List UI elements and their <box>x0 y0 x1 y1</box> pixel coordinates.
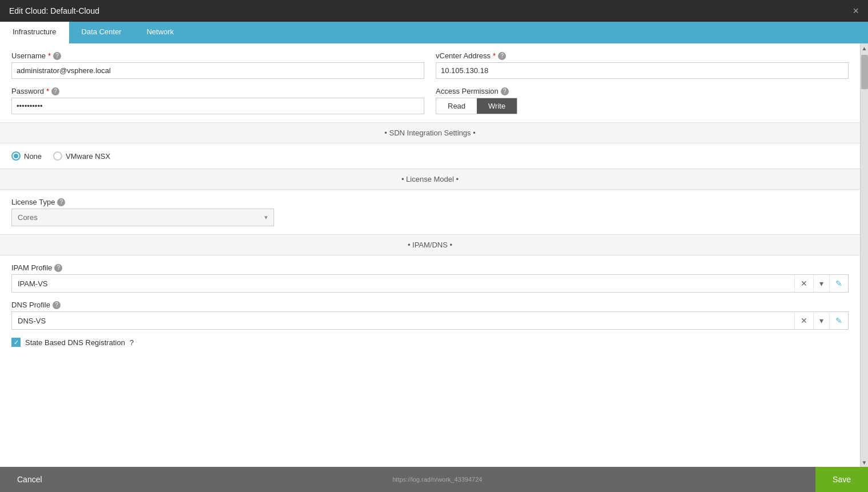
username-vcenter-row: Username * ? vCenter Address * ? <box>11 51 849 79</box>
dns-dropdown-button[interactable]: ▾ <box>813 312 829 329</box>
state-dns-help-icon[interactable]: ? <box>130 338 134 347</box>
username-label: Username * ? <box>11 51 424 60</box>
sdn-nsx-option[interactable]: VMware NSX <box>53 151 110 161</box>
password-label: Password * ? <box>11 87 424 95</box>
ipam-profile-field: ✕ ▾ ✎ <box>11 274 849 293</box>
footer-url: https://log.rad/n/work_43394724 <box>387 476 488 483</box>
scroll-down-arrow[interactable]: ▼ <box>861 458 869 467</box>
window-title: Edit Cloud: Default-Cloud <box>9 6 99 15</box>
dns-clear-button[interactable]: ✕ <box>794 312 813 329</box>
access-permission-help-icon[interactable]: ? <box>501 87 509 95</box>
dns-profile-field: ✕ ▾ ✎ <box>11 311 849 330</box>
close-icon[interactable]: × <box>853 6 859 16</box>
password-help-icon[interactable]: ? <box>51 87 59 95</box>
sdn-section-header: • SDN Integration Settings • <box>0 122 860 143</box>
sdn-none-label: None <box>24 152 42 161</box>
access-permission-toggle: Read Write <box>436 98 517 114</box>
vcenter-help-icon[interactable]: ? <box>498 52 506 60</box>
vcenter-required: * <box>493 51 496 60</box>
ipam-clear-button[interactable]: ✕ <box>794 275 813 292</box>
password-access-row: Password * ? Access Permission ? Read Wr… <box>11 87 849 114</box>
sdn-radio-group: None VMware NSX <box>11 151 849 161</box>
tab-network[interactable]: Network <box>134 22 187 43</box>
state-dns-checkbox[interactable]: ✓ <box>11 338 21 347</box>
password-input[interactable] <box>11 98 424 114</box>
sdn-none-radio[interactable] <box>11 151 21 161</box>
save-button[interactable]: Save <box>815 467 868 492</box>
scroll-thumb[interactable] <box>861 55 868 89</box>
sdn-none-option[interactable]: None <box>11 151 42 161</box>
ipam-profile-help-icon[interactable]: ? <box>54 264 62 272</box>
license-type-dropdown[interactable]: Cores ▾ <box>11 209 274 226</box>
scroll-up-arrow[interactable]: ▲ <box>861 43 869 53</box>
vcenter-label: vCenter Address * ? <box>436 51 849 60</box>
form-content: Username * ? vCenter Address * ? <box>0 43 860 467</box>
sdn-nsx-label: VMware NSX <box>66 152 110 161</box>
license-type-help-icon[interactable]: ? <box>57 198 65 206</box>
ipam-profile-label: IPAM Profile ? <box>11 263 849 272</box>
ipam-profile-input[interactable] <box>12 275 794 292</box>
license-type-value: Cores <box>18 213 38 222</box>
title-bar: Edit Cloud: Default-Cloud × <box>0 0 868 22</box>
password-group: Password * ? <box>11 87 424 114</box>
username-group: Username * ? <box>11 51 424 79</box>
vcenter-input[interactable] <box>436 62 849 79</box>
license-type-group: License Type ? Cores ▾ <box>11 198 274 226</box>
username-required: * <box>48 51 51 60</box>
password-required: * <box>46 87 49 95</box>
tab-data-center[interactable]: Data Center <box>69 22 134 43</box>
access-permission-group: Access Permission ? Read Write <box>436 87 849 114</box>
dns-profile-help-icon[interactable]: ? <box>53 301 61 309</box>
ipam-edit-button[interactable]: ✎ <box>829 275 848 292</box>
dns-profile-input[interactable] <box>12 313 794 329</box>
scroll-area: Username * ? vCenter Address * ? <box>0 43 868 467</box>
write-button[interactable]: Write <box>477 98 517 114</box>
license-section-header: • License Model • <box>0 169 860 190</box>
username-input[interactable] <box>11 62 424 79</box>
footer: Cancel https://log.rad/n/work_43394724 S… <box>0 467 868 492</box>
ipam-profile-group: IPAM Profile ? ✕ ▾ ✎ <box>11 263 849 293</box>
ipam-dropdown-button[interactable]: ▾ <box>813 275 829 292</box>
dns-profile-label: DNS Profile ? <box>11 301 849 309</box>
state-dns-label: State Based DNS Registration <box>25 338 125 347</box>
sdn-nsx-radio[interactable] <box>53 151 62 161</box>
footer-left: Cancel <box>0 467 59 492</box>
chevron-down-icon: ▾ <box>264 214 268 221</box>
license-type-label: License Type ? <box>11 198 274 206</box>
vcenter-group: vCenter Address * ? <box>436 51 849 79</box>
access-permission-label: Access Permission ? <box>436 87 849 95</box>
ipam-section-header: • IPAM/DNS • <box>0 234 860 255</box>
state-dns-row: ✓ State Based DNS Registration ? <box>11 338 849 347</box>
read-button[interactable]: Read <box>436 98 477 114</box>
edit-cloud-window: Edit Cloud: Default-Cloud × Infrastructu… <box>0 0 868 492</box>
tab-infrastructure[interactable]: Infrastructure <box>0 22 69 43</box>
cancel-button[interactable]: Cancel <box>0 467 59 492</box>
dns-edit-button[interactable]: ✎ <box>829 312 848 329</box>
tabs-bar: Infrastructure Data Center Network <box>0 22 868 43</box>
dns-profile-group: DNS Profile ? ✕ ▾ ✎ <box>11 301 849 330</box>
username-help-icon[interactable]: ? <box>53 52 61 60</box>
scrollbar[interactable]: ▲ ▼ <box>860 43 868 467</box>
